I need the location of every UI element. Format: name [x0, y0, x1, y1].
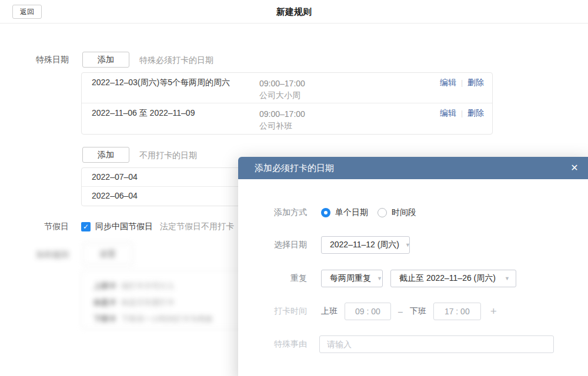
time-range-dash: –: [398, 307, 403, 316]
holiday-label: 节假日: [22, 221, 69, 232]
modal-title: 添加必须打卡的日期: [255, 157, 334, 179]
add-must-punch-date-modal: 添加必须打卡的日期 ✕ 添加方式 单个日期 时间段 选择日期 2022–11–1…: [238, 157, 588, 376]
chevron-down-icon: ▼: [499, 276, 510, 281]
special-dates-label: 特殊日期: [22, 55, 69, 65]
row-time: 09:00–17:00: [259, 78, 305, 89]
chevron-down-icon: ▼: [371, 276, 382, 281]
repeat-row: 重复 每两周重复 ▼ 截止至 2022–11–26 (周六) ▼: [238, 270, 588, 287]
blurred-section: 加班规则 设置 上班卡须打卡方可计入 休息卡休息日无需打卡 下班卡下班后一小时内…: [0, 238, 270, 335]
radio-time-range[interactable]: [377, 208, 387, 217]
chevron-down-icon: ▼: [399, 242, 410, 248]
add-no-punch-date-button[interactable]: 添加: [82, 147, 129, 163]
modal-header: 添加必须打卡的日期 ✕: [238, 157, 588, 179]
blurred-section-button[interactable]: 设置: [82, 243, 133, 265]
add-mode-label: 添加方式: [238, 207, 307, 218]
close-icon[interactable]: ✕: [567, 157, 582, 179]
page-title: 新建规则: [0, 0, 588, 24]
sync-china-holiday-checkbox[interactable]: ✓: [81, 222, 91, 231]
delete-link[interactable]: 删除: [467, 108, 484, 119]
holiday-hint: 法定节假日不用打卡: [160, 221, 234, 232]
row-date: 2022–11–06 至 2022–11–09: [92, 108, 195, 119]
link-divider: |: [461, 79, 463, 87]
row-note: 公司补班: [259, 120, 292, 132]
new-rule-page: 返回 新建规则 特殊日期 添加 特殊必须打卡的日期 2022–12–03(周六)…: [0, 0, 588, 376]
select-date-label: 选择日期: [238, 240, 307, 250]
special-reason-label: 特殊事由: [238, 339, 307, 350]
blurred-section-label: 加班规则: [22, 250, 69, 260]
no-punch-hint: 不用打卡的日期: [139, 150, 197, 161]
add-time-icon[interactable]: +: [490, 305, 497, 318]
repeat-until-dropdown[interactable]: 截止至 2022–11–26 (周六) ▼: [390, 270, 516, 287]
must-punch-hint: 特殊必须打卡的日期: [139, 55, 213, 66]
work-end-time-input[interactable]: [433, 303, 481, 320]
add-must-punch-date-button[interactable]: 添加: [82, 52, 129, 68]
repeat-frequency-dropdown[interactable]: 每两周重复 ▼: [321, 270, 383, 287]
row-date: 2022–12–03(周六)等5个每两周的周六: [92, 78, 230, 88]
edit-link[interactable]: 编辑: [440, 78, 456, 88]
radio-single-date[interactable]: [321, 208, 330, 217]
top-bar: 返回 新建规则: [0, 0, 588, 24]
work-start-time-input[interactable]: [345, 303, 391, 320]
punch-time-label: 打卡时间: [238, 306, 307, 317]
edit-link[interactable]: 编辑: [440, 108, 456, 119]
select-date-row: 选择日期 2022–11–12 (周六) ▼: [238, 236, 588, 254]
add-mode-row: 添加方式 单个日期 时间段: [238, 204, 588, 221]
sync-china-holiday-checkbox-label[interactable]: 同步中国节假日: [95, 221, 153, 232]
date-select-dropdown[interactable]: 2022–11–12 (周六) ▼: [321, 236, 410, 254]
table-row: 2022–12–03(周六)等5个每两周的周六 09:00–17:00 公司大小…: [82, 73, 492, 103]
radio-single-date-label[interactable]: 单个日期: [335, 207, 368, 218]
link-divider: |: [461, 109, 463, 118]
radio-time-range-label[interactable]: 时间段: [392, 207, 416, 218]
special-reason-input[interactable]: [319, 335, 554, 353]
special-reason-row: 特殊事由: [238, 335, 588, 353]
repeat-label: 重复: [238, 273, 307, 284]
row-time: 09:00–17:00: [259, 108, 305, 120]
row-note: 公司大小周: [259, 89, 300, 101]
must-punch-dates-table: 2022–12–03(周六)等5个每两周的周六 09:00–17:00 公司大小…: [81, 72, 493, 135]
work-end-label: 下班: [410, 306, 426, 317]
punch-time-row: 打卡时间 上班 – 下班 +: [238, 303, 588, 320]
delete-link[interactable]: 删除: [467, 78, 484, 88]
work-start-label: 上班: [321, 306, 338, 317]
table-row: 2022–11–06 至 2022–11–09 09:00–17:00 公司补班…: [82, 103, 492, 134]
